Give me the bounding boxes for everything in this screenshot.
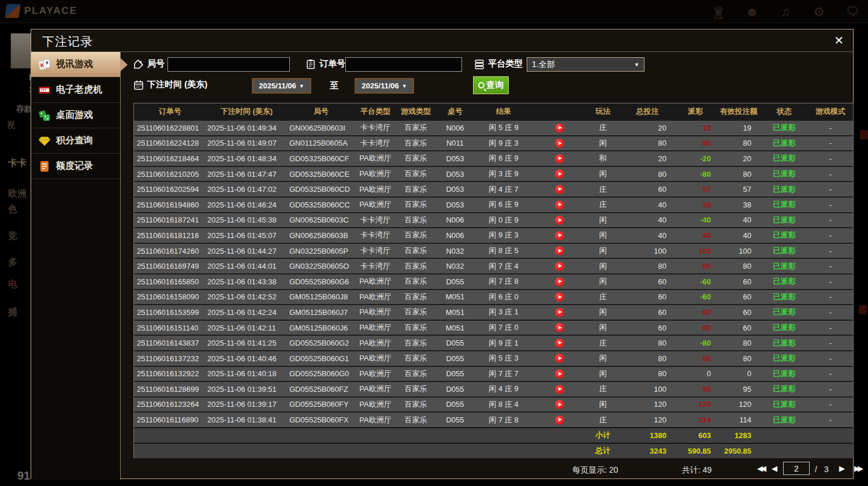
replay-play-icon[interactable] bbox=[555, 415, 564, 425]
order-number-input[interactable] bbox=[345, 57, 462, 72]
cell-platform: PA欧洲厅 bbox=[355, 353, 396, 363]
cell-table-number: M051 bbox=[436, 292, 474, 301]
cell-bet-type: 闲 bbox=[586, 215, 620, 225]
bet-time-label: 下注时间 (美东) bbox=[147, 79, 207, 90]
cell-replay bbox=[533, 200, 586, 210]
cell-game-mode: - bbox=[807, 339, 854, 347]
cell-total-bet: 100 bbox=[620, 385, 675, 394]
cell-game-mode: - bbox=[807, 292, 854, 301]
replay-play-icon[interactable] bbox=[555, 400, 564, 409]
replay-play-icon[interactable] bbox=[555, 185, 564, 194]
replay-play-icon[interactable] bbox=[555, 292, 564, 302]
cell-game-mode: - bbox=[807, 385, 854, 394]
date-from-picker[interactable]: 2025/11/06 ▼ bbox=[252, 78, 311, 94]
replay-play-icon[interactable] bbox=[555, 354, 564, 363]
tab-points-inquiry[interactable]: 积分查询 bbox=[31, 128, 120, 154]
replay-play-icon[interactable] bbox=[555, 216, 564, 225]
replay-play-icon[interactable] bbox=[555, 246, 564, 255]
cell-result: 闲 0 庄 9 bbox=[474, 215, 533, 225]
cell-order-id: 251106016153599 bbox=[134, 308, 206, 317]
tab-table-games[interactable]: 桌面游戏 bbox=[31, 103, 120, 128]
cell-payout: 80 bbox=[675, 262, 716, 270]
cell-order-id: 251106016194860 bbox=[134, 201, 206, 209]
cell-round-number: GD05325B060CD bbox=[287, 185, 355, 194]
cell-valid-bet: 20 bbox=[716, 154, 762, 163]
tab-credit-records[interactable]: 额度记录 bbox=[31, 154, 120, 179]
cell-valid-bet: 95 bbox=[716, 385, 762, 394]
replay-play-icon[interactable] bbox=[555, 262, 564, 271]
table-row: 251106016128699 2025-11-06 01:39:51 GD05… bbox=[134, 381, 853, 396]
cell-game-type: 百家乐 bbox=[396, 246, 436, 256]
search-button[interactable]: 查询 bbox=[473, 76, 509, 94]
subtotal-payout: 603 bbox=[675, 431, 716, 440]
last-page-button[interactable]: ▶▶ bbox=[854, 464, 861, 473]
cell-game-mode: - bbox=[807, 231, 854, 240]
cell-round-number: GN01125B0605A bbox=[287, 139, 355, 147]
replay-play-icon[interactable] bbox=[555, 154, 564, 164]
date-from-value: 2025/11/06 bbox=[259, 81, 296, 90]
cell-bet-time: 2025-11-06 01:39:51 bbox=[206, 385, 287, 394]
col-header-total: 总投注 bbox=[620, 106, 675, 117]
cell-game-mode: - bbox=[807, 262, 854, 270]
chevron-down-icon: ▼ bbox=[634, 62, 639, 68]
cell-result: 闲 7 庄 4 bbox=[474, 261, 533, 272]
table-row: 251106016153599 2025-11-06 01:42:24 GM05… bbox=[134, 304, 853, 320]
table-row: 251106016151140 2025-11-06 01:42:11 GM05… bbox=[134, 320, 853, 335]
platform-type-label: 平台类型 bbox=[488, 58, 523, 69]
cell-order-id: 251106016169749 bbox=[134, 262, 206, 270]
replay-play-icon[interactable] bbox=[555, 169, 564, 179]
cell-replay bbox=[533, 154, 586, 164]
replay-play-icon[interactable] bbox=[555, 339, 564, 348]
round-number-input[interactable] bbox=[167, 57, 290, 72]
replay-play-icon[interactable] bbox=[555, 369, 564, 379]
col-header-table: 桌号 bbox=[436, 106, 474, 117]
cell-game-type: 百家乐 bbox=[396, 415, 436, 425]
next-page-button[interactable]: ▶ bbox=[839, 464, 845, 473]
cell-total-bet: 80 bbox=[620, 139, 675, 147]
replay-play-icon[interactable] bbox=[555, 323, 564, 332]
table-row: 251106016228801 2025-11-06 01:49:34 GN00… bbox=[134, 120, 853, 135]
document-icon bbox=[38, 160, 51, 173]
date-to-picker[interactable]: 2025/11/06 ▼ bbox=[355, 78, 414, 94]
replay-play-icon[interactable] bbox=[555, 139, 564, 148]
cell-table-number: N006 bbox=[436, 124, 474, 132]
cell-status: 已派彩 bbox=[762, 184, 807, 195]
close-icon[interactable]: ✕ bbox=[834, 35, 844, 46]
table-row: 251106016194860 2025-11-06 01:46:24 GD05… bbox=[134, 196, 853, 212]
replay-play-icon[interactable] bbox=[555, 201, 564, 210]
cell-game-type: 百家乐 bbox=[396, 123, 436, 133]
platform-type-select[interactable]: 1.全部 ▼ bbox=[527, 57, 645, 72]
grand-total-valid-bet: 2950.85 bbox=[716, 447, 762, 455]
cell-total-bet: 80 bbox=[620, 262, 675, 270]
replay-play-icon[interactable] bbox=[555, 124, 564, 133]
replay-play-icon[interactable] bbox=[555, 308, 564, 317]
calendar-icon bbox=[133, 80, 144, 90]
cell-bet-type: 庄 bbox=[586, 415, 620, 425]
page-number-input[interactable] bbox=[783, 462, 810, 475]
cell-valid-bet: 80 bbox=[716, 170, 762, 179]
cell-platform: PA欧洲厅 bbox=[355, 384, 396, 394]
cell-round-number: GN00625B0603B bbox=[287, 231, 355, 240]
replay-play-icon[interactable] bbox=[555, 385, 564, 394]
table-row: 251106016165850 2025-11-06 01:43:38 GD05… bbox=[134, 273, 853, 289]
cell-platform: PA欧洲厅 bbox=[355, 169, 396, 179]
cell-total-bet: 80 bbox=[620, 170, 675, 179]
cell-game-mode: - bbox=[807, 369, 854, 378]
cell-game-mode: - bbox=[807, 308, 854, 317]
cell-valid-bet: 100 bbox=[716, 247, 762, 255]
first-page-button[interactable]: ◀◀ bbox=[757, 464, 764, 473]
cell-payout: 114 bbox=[675, 415, 716, 424]
cell-round-number: GN03225B0605O bbox=[287, 262, 355, 270]
cell-payout: 100 bbox=[675, 247, 716, 255]
col-header-round: 局号 bbox=[287, 106, 355, 117]
replay-play-icon[interactable] bbox=[555, 277, 564, 287]
tab-slot-machines[interactable]: 777 电子老虎机 bbox=[31, 77, 120, 103]
cell-bet-time: 2025-11-06 01:38:41 bbox=[206, 415, 287, 424]
replay-play-icon[interactable] bbox=[555, 231, 564, 240]
tab-video-games[interactable]: K9 视讯游戏 bbox=[31, 52, 120, 77]
prev-page-button[interactable]: ◀ bbox=[772, 464, 777, 473]
cell-total-bet: 20 bbox=[620, 154, 675, 163]
tab-label: 视讯游戏 bbox=[56, 58, 93, 71]
cell-status: 已派彩 bbox=[762, 384, 807, 394]
cell-table-number: D053 bbox=[436, 154, 474, 163]
